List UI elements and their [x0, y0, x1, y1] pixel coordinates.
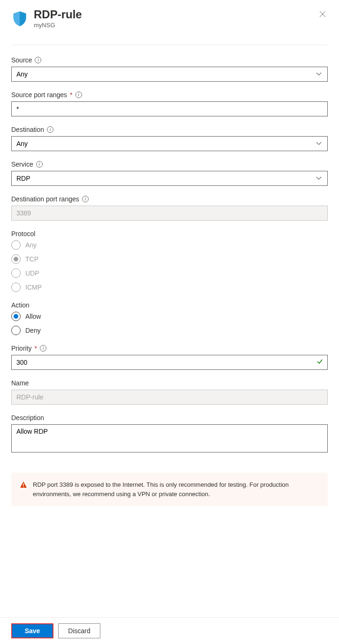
required-indicator: * [35, 345, 37, 352]
protocol-option-any: Any [11, 240, 328, 250]
source-port-ranges-input[interactable] [11, 101, 328, 116]
warning-icon [20, 481, 27, 489]
page-title: RDP-rule [34, 8, 312, 21]
close-button[interactable] [317, 8, 328, 21]
save-button[interactable]: Save [11, 623, 53, 638]
priority-label: Priority [11, 345, 32, 352]
info-icon[interactable]: i [36, 161, 43, 168]
nsg-rule-panel: RDP-rule myNSG Source i Any Source port … [0, 0, 339, 644]
dest-port-ranges-input [11, 206, 328, 221]
discard-button[interactable]: Discard [58, 623, 100, 638]
panel-header: RDP-rule myNSG [11, 8, 328, 29]
close-icon [319, 11, 326, 17]
description-input[interactable] [11, 424, 328, 452]
action-label: Action [11, 301, 30, 309]
info-icon[interactable]: i [35, 57, 41, 63]
required-indicator: * [70, 91, 72, 99]
protocol-option-tcp: TCP [11, 254, 328, 264]
source-label: Source [11, 56, 32, 64]
destination-label: Destination [11, 126, 44, 133]
dest-port-ranges-label: Destination port ranges [11, 195, 79, 203]
divider [11, 45, 328, 45]
name-label: Name [11, 379, 29, 387]
warning-alert: RDP port 3389 is exposed to the Internet… [11, 473, 328, 506]
protocol-option-udp: UDP [11, 268, 328, 278]
info-icon[interactable]: i [82, 196, 89, 202]
action-option-allow[interactable]: Allow [11, 312, 328, 321]
page-subtitle: myNSG [34, 22, 312, 29]
description-label: Description [11, 414, 44, 422]
info-icon[interactable]: i [47, 126, 53, 133]
info-icon[interactable]: i [40, 345, 46, 352]
shield-icon [11, 10, 28, 27]
protocol-option-icmp: ICMP [11, 283, 328, 292]
panel-footer: Save Discard [0, 617, 339, 644]
svg-rect-0 [23, 483, 24, 486]
name-input [11, 390, 328, 405]
action-radio-group: Allow Deny [11, 312, 328, 335]
check-icon [316, 358, 323, 367]
source-port-ranges-label: Source port ranges [11, 91, 67, 99]
source-select[interactable]: Any [11, 67, 328, 82]
service-label: Service [11, 161, 33, 168]
priority-input[interactable] [11, 355, 328, 370]
warning-text: RDP port 3389 is exposed to the Internet… [33, 480, 319, 498]
destination-select[interactable]: Any [11, 136, 328, 151]
svg-rect-1 [23, 486, 24, 487]
service-select[interactable]: RDP [11, 171, 328, 186]
protocol-label: Protocol [11, 230, 35, 238]
info-icon[interactable]: i [75, 92, 82, 98]
action-option-deny[interactable]: Deny [11, 326, 328, 335]
protocol-radio-group: Any TCP UDP ICMP [11, 240, 328, 292]
